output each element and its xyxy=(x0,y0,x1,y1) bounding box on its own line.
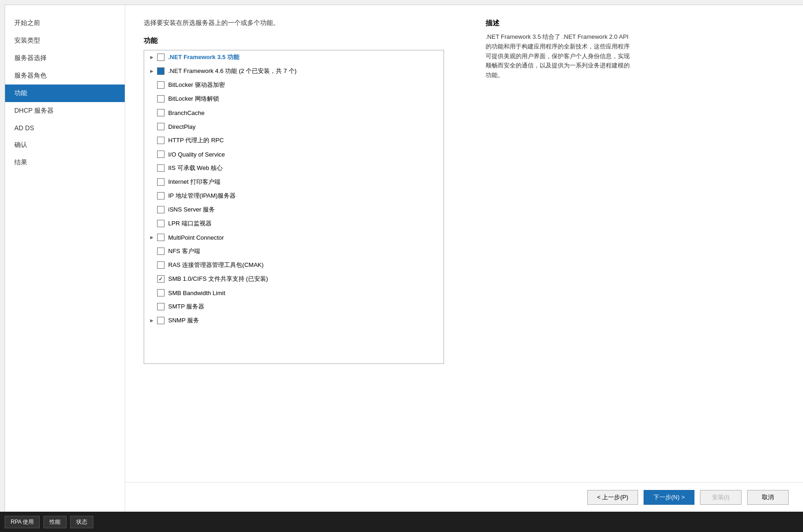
checkbox-iis-hostable[interactable] xyxy=(157,164,164,172)
sidebar-item-confirm[interactable]: 确认 xyxy=(5,136,125,154)
intro-text: 选择要安装在所选服务器上的一个或多个功能。 xyxy=(144,19,467,27)
feature-item-smtp[interactable]: SMTP 服务器 xyxy=(144,300,444,314)
checkbox-nfs[interactable] xyxy=(157,248,164,255)
taskbar: RPA 使用 性能 状态 xyxy=(0,512,803,532)
feature-item-net46[interactable]: .NET Framework 4.6 功能 (2 个已安装，共 7 个) xyxy=(144,64,444,78)
expand-btn-snmp[interactable] xyxy=(148,317,155,324)
checkbox-http-rpc[interactable] xyxy=(157,137,164,144)
feature-label-directplay: DirectPlay xyxy=(168,123,195,130)
feature-item-smb10[interactable]: SMB 1.0/CIFS 文件共享支持 (已安装) xyxy=(144,272,444,286)
feature-item-lpr[interactable]: LPR 端口监视器 xyxy=(144,217,444,230)
feature-item-isns[interactable]: iSNS Server 服务 xyxy=(144,203,444,217)
cancel-button[interactable]: 取消 xyxy=(747,490,789,505)
sidebar-item-features[interactable]: 功能 xyxy=(5,85,125,102)
feature-item-smb-bw[interactable]: SMB Bandwidth Limit xyxy=(144,286,444,300)
sidebar-item-result[interactable]: 结果 xyxy=(5,154,125,171)
checkbox-bitlocker[interactable] xyxy=(157,81,164,89)
wizard-sidebar: 开始之前安装类型服务器选择服务器角色功能DHCP 服务器AD DS确认结果 xyxy=(5,5,125,512)
taskbar-item-status[interactable]: 状态 xyxy=(70,516,93,528)
feature-item-branchcache[interactable]: BranchCache xyxy=(144,106,444,120)
expand-btn-multipoint[interactable] xyxy=(148,234,155,241)
feature-label-internet-print: Internet 打印客户端 xyxy=(168,178,220,186)
feature-label-bitlocker-net: BitLocker 网络解锁 xyxy=(168,95,219,103)
checkbox-branchcache[interactable] xyxy=(157,109,164,116)
feature-item-bitlocker[interactable]: BitLocker 驱动器加密 xyxy=(144,78,444,92)
expand-btn-net46[interactable] xyxy=(148,67,155,75)
description-text: .NET Framework 3.5 结合了 .NET Framework 2.… xyxy=(486,32,633,80)
checkbox-smb10[interactable] xyxy=(157,275,164,283)
sidebar-item-dhcp[interactable]: DHCP 服务器 xyxy=(5,102,125,120)
checkbox-multipoint[interactable] xyxy=(157,234,164,241)
checkbox-smtp[interactable] xyxy=(157,303,164,310)
feature-label-nfs: NFS 客户端 xyxy=(168,247,200,255)
feature-item-bitlocker-net[interactable]: BitLocker 网络解锁 xyxy=(144,92,444,106)
feature-label-iis-hostable: IIS 可承载 Web 核心 xyxy=(168,164,223,172)
feature-item-net35[interactable]: .NET Framework 3.5 功能 xyxy=(144,50,444,64)
feature-item-multipoint[interactable]: MultiPoint Connector xyxy=(144,230,444,244)
checkbox-net46[interactable] xyxy=(157,67,164,75)
feature-label-multipoint: MultiPoint Connector xyxy=(168,234,224,241)
checkbox-ras-cmak[interactable] xyxy=(157,261,164,269)
sidebar-item-install-type[interactable]: 安装类型 xyxy=(5,32,125,49)
taskbar-item-rpa[interactable]: RPA 使用 xyxy=(5,516,40,528)
feature-item-internet-print[interactable]: Internet 打印客户端 xyxy=(144,175,444,189)
checkbox-net35[interactable] xyxy=(157,54,164,61)
feature-label-io-qos: I/O Quality of Service xyxy=(168,151,225,158)
feature-label-isns: iSNS Server 服务 xyxy=(168,206,215,214)
feature-item-directplay[interactable]: DirectPlay xyxy=(144,120,444,133)
feature-label-branchcache: BranchCache xyxy=(168,109,205,116)
feature-item-snmp[interactable]: SNMP 服务 xyxy=(144,314,444,327)
feature-item-io-qos[interactable]: I/O Quality of Service xyxy=(144,147,444,161)
taskbar-item-perf[interactable]: 性能 xyxy=(43,516,67,528)
checkbox-smb-bw[interactable] xyxy=(157,289,164,296)
feature-label-http-rpc: HTTP 代理上的 RPC xyxy=(168,136,224,145)
feature-label-net35: .NET Framework 3.5 功能 xyxy=(168,53,239,61)
feature-label-smb-bw: SMB Bandwidth Limit xyxy=(168,290,225,296)
sidebar-item-server-role[interactable]: 服务器角色 xyxy=(5,67,125,85)
feature-item-iis-hostable[interactable]: IIS 可承载 Web 核心 xyxy=(144,161,444,175)
checkbox-snmp[interactable] xyxy=(157,317,164,324)
sidebar-item-ad-ds[interactable]: AD DS xyxy=(5,120,125,136)
prev-button[interactable]: < 上一步(P) xyxy=(587,490,638,505)
feature-label-smb10: SMB 1.0/CIFS 文件共享支持 (已安装) xyxy=(168,275,268,283)
expand-btn-net35[interactable] xyxy=(148,54,155,61)
checkbox-internet-print[interactable] xyxy=(157,178,164,186)
checkbox-isns[interactable] xyxy=(157,206,164,213)
sidebar-item-before-start[interactable]: 开始之前 xyxy=(5,14,125,32)
feature-label-ipam: IP 地址管理(IPAM)服务器 xyxy=(168,192,236,200)
description-label: 描述 xyxy=(486,19,633,28)
feature-list[interactable]: .NET Framework 3.5 功能.NET Framework 4.6 … xyxy=(144,50,444,364)
feature-item-nfs[interactable]: NFS 客户端 xyxy=(144,244,444,258)
feature-label-ras-cmak: RAS 连接管理器管理工具包(CMAK) xyxy=(168,261,264,269)
feature-label-lpr: LPR 端口监视器 xyxy=(168,219,212,228)
sidebar-item-server-select[interactable]: 服务器选择 xyxy=(5,49,125,67)
feature-label-smtp: SMTP 服务器 xyxy=(168,302,205,311)
feature-item-http-rpc[interactable]: HTTP 代理上的 RPC xyxy=(144,133,444,147)
checkbox-io-qos[interactable] xyxy=(157,151,164,158)
feature-item-ipam[interactable]: IP 地址管理(IPAM)服务器 xyxy=(144,189,444,203)
checkbox-lpr[interactable] xyxy=(157,220,164,227)
next-button[interactable]: 下一步(N) > xyxy=(644,490,694,505)
feature-item-ras-cmak[interactable]: RAS 连接管理器管理工具包(CMAK) xyxy=(144,258,444,272)
bottom-bar: < 上一步(P) 下一步(N) > 安装(I) 取消 xyxy=(125,482,803,512)
checkbox-ipam[interactable] xyxy=(157,192,164,200)
feature-label-net46: .NET Framework 4.6 功能 (2 个已安装，共 7 个) xyxy=(168,67,297,75)
checkbox-bitlocker-net[interactable] xyxy=(157,95,164,103)
install-button[interactable]: 安装(I) xyxy=(700,490,742,505)
checkbox-directplay[interactable] xyxy=(157,123,164,130)
features-label: 功能 xyxy=(144,36,467,45)
feature-label-snmp: SNMP 服务 xyxy=(168,316,199,325)
feature-label-bitlocker: BitLocker 驱动器加密 xyxy=(168,81,225,89)
